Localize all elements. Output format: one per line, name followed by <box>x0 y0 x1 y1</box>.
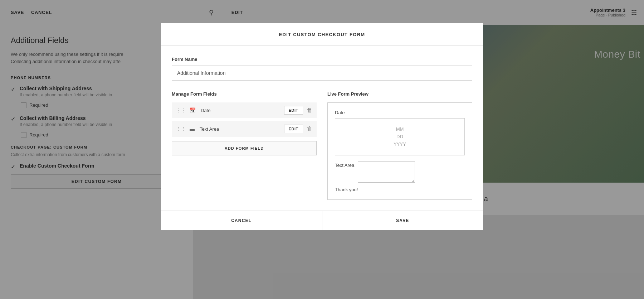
date-field-name: Date <box>201 108 280 113</box>
preview-thankyou: Thank you! <box>335 187 465 192</box>
date-drag-handle[interactable]: ⋮⋮ <box>176 107 186 113</box>
textarea-field-name: Text Area <box>200 126 280 132</box>
modal-header: EDIT CUSTOM CHECKOUT FORM <box>161 23 483 46</box>
edit-custom-form-modal: EDIT CUSTOM CHECKOUT FORM Form Name Mana… <box>161 23 483 230</box>
manage-fields-column: Manage Form Fields ⋮⋮ 📅 Date EDIT 🗑 ⋮⋮ ▬… <box>172 91 317 200</box>
modal-body: Form Name Manage Form Fields ⋮⋮ 📅 Date E… <box>161 46 483 211</box>
textarea-field-item: ⋮⋮ ▬ Text Area EDIT 🗑 <box>172 121 317 137</box>
textarea-drag-handle[interactable]: ⋮⋮ <box>176 126 186 132</box>
modal-columns: Manage Form Fields ⋮⋮ 📅 Date EDIT 🗑 ⋮⋮ ▬… <box>172 91 472 200</box>
form-name-label: Form Name <box>172 57 472 62</box>
date-edit-button[interactable]: EDIT <box>284 106 303 115</box>
preview-date-mm: MM <box>342 126 457 133</box>
date-delete-button[interactable]: 🗑 <box>307 107 312 114</box>
add-form-field-button[interactable]: ADD FORM FIELD <box>172 141 317 155</box>
live-preview-column: Live Form Preview Date MM DD YYYY Text A… <box>327 91 472 200</box>
preview-date-label: Date <box>335 110 465 115</box>
modal-cancel-button[interactable]: CANCEL <box>161 211 322 230</box>
textarea-delete-button[interactable]: 🗑 <box>307 126 312 132</box>
date-field-item: ⋮⋮ 📅 Date EDIT 🗑 <box>172 102 317 118</box>
live-preview-title: Live Form Preview <box>327 91 472 97</box>
preview-date-dd: DD <box>342 133 457 141</box>
textarea-edit-button[interactable]: EDIT <box>284 125 303 133</box>
modal-title: EDIT CUSTOM CHECKOUT FORM <box>279 32 365 37</box>
preview-date-yyyy: YYYY <box>342 141 457 148</box>
textarea-icon: ▬ <box>190 126 195 132</box>
date-calendar-icon: 📅 <box>190 107 196 113</box>
form-name-input[interactable] <box>172 66 472 81</box>
form-name-section: Form Name <box>172 57 472 81</box>
preview-textarea[interactable] <box>358 161 415 183</box>
modal-save-button[interactable]: SAVE <box>322 211 483 230</box>
manage-fields-title: Manage Form Fields <box>172 91 317 97</box>
preview-textarea-row: Text Area <box>335 161 465 183</box>
preview-textarea-label: Text Area <box>335 161 354 168</box>
modal-footer: CANCEL SAVE <box>161 211 483 230</box>
live-preview-box: Date MM DD YYYY Text Area Thank you! <box>327 102 472 200</box>
preview-date-box: MM DD YYYY <box>335 118 465 155</box>
